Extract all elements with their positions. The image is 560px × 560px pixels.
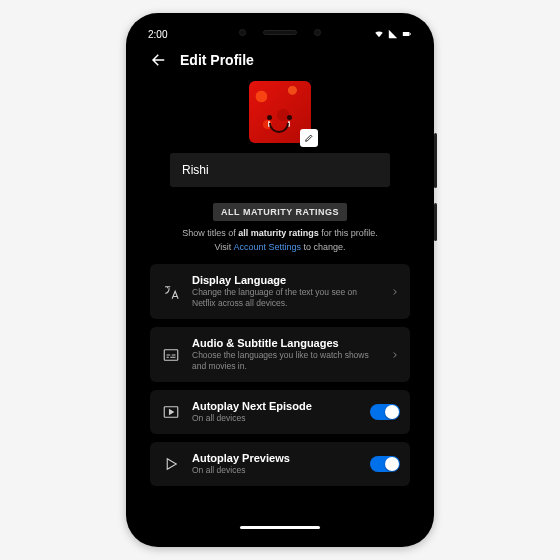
- status-time: 2:00: [148, 29, 167, 40]
- autoplay-next-subtitle: On all devices: [192, 413, 360, 424]
- autoplay-previews-title: Autoplay Previews: [192, 452, 360, 464]
- phone-frame: 2:00 Edit Profile: [126, 13, 434, 547]
- profile-name-input[interactable]: Rishi: [170, 153, 390, 187]
- svg-rect-1: [410, 33, 411, 35]
- language-icon: [162, 283, 180, 301]
- autoplay-next-icon: [162, 403, 180, 421]
- avatar-section: [150, 81, 410, 143]
- autoplay-previews-toggle[interactable]: [370, 456, 400, 472]
- signal-icon: [388, 29, 398, 39]
- svg-rect-0: [403, 32, 410, 36]
- power-button: [434, 133, 437, 188]
- notch: [230, 23, 330, 41]
- display-language-row[interactable]: Display Language Change the language of …: [150, 264, 410, 319]
- page-title: Edit Profile: [180, 52, 254, 68]
- arrow-left-icon: [150, 51, 168, 69]
- audio-subtitle-title: Audio & Subtitle Languages: [192, 337, 380, 349]
- audio-subtitle-row[interactable]: Audio & Subtitle Languages Choose the la…: [150, 327, 410, 382]
- maturity-badge: ALL MATURITY RATINGS: [213, 203, 347, 221]
- maturity-description: Show titles of all maturity ratings for …: [150, 227, 410, 254]
- screen: 2:00 Edit Profile: [138, 23, 422, 533]
- autoplay-next-title: Autoplay Next Episode: [192, 400, 360, 412]
- autoplay-previews-subtitle: On all devices: [192, 465, 360, 476]
- chevron-right-icon: [390, 350, 400, 360]
- account-settings-link[interactable]: Account Settings: [233, 242, 301, 252]
- wifi-icon: [374, 29, 384, 39]
- home-indicator[interactable]: [240, 526, 320, 529]
- pencil-icon: [304, 133, 314, 143]
- header: Edit Profile: [138, 45, 422, 79]
- svg-rect-2: [164, 349, 178, 360]
- maturity-section: ALL MATURITY RATINGS Show titles of all …: [150, 201, 410, 254]
- subtitle-icon: [162, 346, 180, 364]
- autoplay-next-toggle[interactable]: [370, 404, 400, 420]
- volume-button: [434, 203, 437, 241]
- display-language-subtitle: Change the language of the text you see …: [192, 287, 380, 309]
- status-icons: [374, 29, 412, 39]
- chevron-right-icon: [390, 287, 400, 297]
- autoplay-next-row: Autoplay Next Episode On all devices: [150, 390, 410, 434]
- play-icon: [162, 455, 180, 473]
- edit-avatar-button[interactable]: [300, 129, 318, 147]
- back-button[interactable]: [150, 51, 168, 69]
- display-language-title: Display Language: [192, 274, 380, 286]
- audio-subtitle-subtitle: Choose the languages you like to watch s…: [192, 350, 380, 372]
- autoplay-previews-row: Autoplay Previews On all devices: [150, 442, 410, 486]
- battery-icon: [402, 29, 412, 39]
